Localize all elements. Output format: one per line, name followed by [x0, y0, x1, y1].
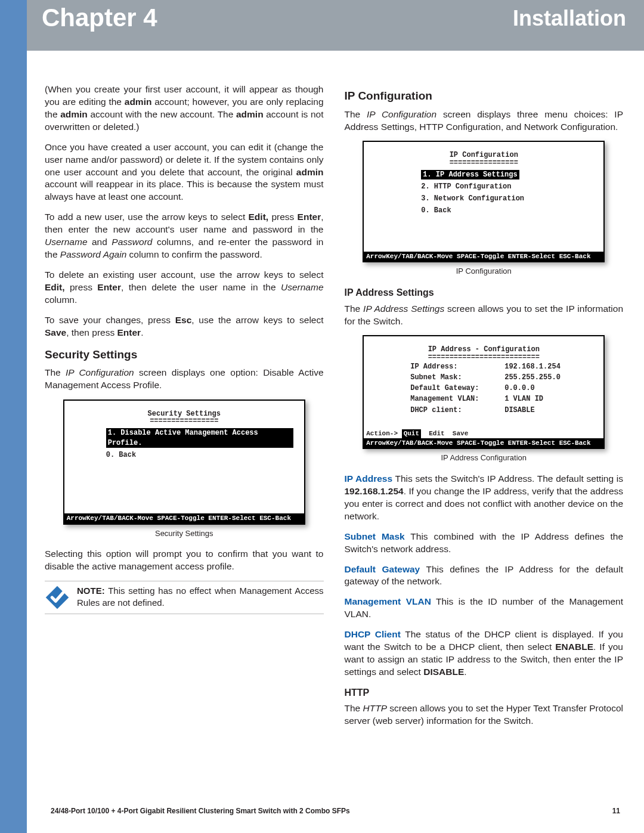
heading-ip-address-settings: IP Address Settings [345, 286, 624, 299]
heading-http: HTTP [345, 686, 624, 699]
ip-field-value: 0.0.0.0 [504, 383, 576, 393]
def-subnet-mask: Subnet Mask This combined with the IP Ad… [345, 531, 624, 556]
caption-security-settings: Security Settings [45, 528, 324, 539]
def-management-vlan: Management VLAN This is the ID number of… [345, 596, 624, 621]
para-sec-intro: The IP Configuration screen displays one… [45, 367, 324, 392]
note-text: NOTE: This setting has no effect when Ma… [77, 585, 324, 608]
console-security-settings: Security Settings ================ 1. Di… [63, 400, 305, 525]
checkmark-icon [45, 585, 70, 610]
ip-field-label: IP Address: [410, 362, 504, 371]
ip-field-value: DISABLE [504, 405, 576, 415]
def-dhcp-client: DHCP Client The status of the DHCP clien… [345, 628, 624, 679]
page-body: (When you create your first user account… [27, 51, 644, 735]
para-deluser: To delete an existing user account, use … [45, 269, 324, 306]
para-editdel: Once you have created a user account, yo… [45, 141, 324, 204]
para-addnew: To add a new user, use the arrow keys to… [45, 211, 324, 261]
note-body: This setting has no effect when Manageme… [77, 586, 324, 608]
ip-field-label: Management VLAN: [410, 394, 504, 404]
ip-field-value: 1 VLAN ID [504, 394, 576, 404]
para-save: To save your changes, press Esc, use the… [45, 314, 324, 339]
console-item-2: 2. HTTP Configuration [421, 182, 593, 191]
ip-field-label: Subnet Mask: [410, 373, 504, 382]
console-item-1: 1. Disable Active Management Access Prof… [106, 428, 293, 447]
console-instruction-bar: ArrowKey/TAB/BACK-Move SPACE-Toggle ENTE… [364, 252, 603, 262]
chapter-title: Chapter 4 [42, 4, 157, 32]
console-item-0: 0. Back [421, 206, 593, 215]
console-instruction-bar: ArrowKey/TAB/BACK-Move SPACE-Toggle ENTE… [364, 438, 603, 448]
para-sec-select: Selecting this option will prompt you to… [45, 548, 324, 573]
para-ipcfg: The IP Configuration screen displays thr… [345, 109, 624, 134]
console-title-underline: ========================== [374, 352, 593, 362]
heading-ip-configuration: IP Configuration [345, 88, 624, 104]
note-label: NOTE: [77, 586, 105, 596]
ip-field-value: 192.168.1.254 [504, 362, 576, 371]
console-item-3: 3. Network Configuration [421, 194, 593, 203]
para-ipaddr: The IP Address Settings screen allows yo… [345, 303, 624, 328]
ip-field-value: 255.255.255.0 [504, 373, 576, 382]
console-ip-configuration: IP Configuration ================ 1. IP … [363, 141, 605, 262]
section-title: Installation [513, 6, 626, 31]
ip-field-label: Default Gateway: [410, 383, 504, 393]
console-ip-address-configuration: IP Address - Configuration =============… [363, 335, 605, 449]
heading-security-settings: Security Settings [45, 347, 324, 363]
console-title-underline: ================ [75, 416, 293, 426]
console-item-0: 0. Back [106, 450, 293, 460]
note-box: NOTE: This setting has no effect when Ma… [45, 581, 324, 614]
console-item-1: 1. IP Address Settings [421, 170, 519, 179]
para-http: The HTTP screen allows you to set the Hy… [345, 702, 624, 727]
console-title-underline: ================ [374, 158, 593, 168]
console-action-line: Action-> Quit Edit Save [364, 429, 603, 438]
right-column: IP Configuration The IP Configuration sc… [345, 83, 624, 735]
caption-ip-configuration: IP Configuration [345, 266, 624, 277]
caption-ip-address-configuration: IP Address Configuration [345, 453, 624, 463]
console-instruction-bar: ArrowKey/TAB/BACK-Move SPACE-Toggle ENTE… [64, 513, 304, 524]
para-admin: (When you create your first user account… [45, 83, 324, 134]
left-column: (When you create your first user account… [45, 83, 324, 735]
def-ip-address: IP Address This sets the Switch's IP Add… [345, 473, 624, 523]
ip-field-label: DHCP client: [410, 405, 504, 415]
console-ip-grid: IP Address:192.168.1.254Subnet Mask:255.… [410, 362, 593, 415]
left-margin-bar [0, 0, 27, 735]
def-default-gateway: Default Gateway This defines the IP Addr… [345, 563, 624, 589]
page-header: Chapter 4 Installation [27, 0, 644, 51]
